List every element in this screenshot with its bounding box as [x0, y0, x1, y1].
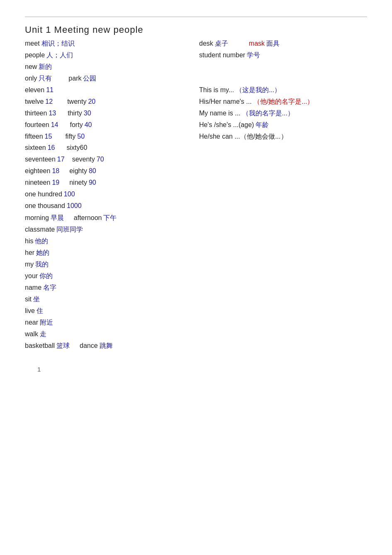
col-left: sit 坐 [25, 295, 199, 304]
word-zh: 20 [88, 98, 95, 105]
col-right: desk 桌子 mask 面具 [199, 39, 367, 48]
list-item: eighty 80 [69, 167, 96, 175]
word-en: park [68, 75, 81, 82]
word-en: walk [25, 330, 38, 338]
table-row: eleven 11 This is my... （这是我的...） [25, 86, 367, 98]
word-en: your [25, 272, 38, 280]
list-item: one thousand 1000 [25, 202, 82, 210]
word-en: one thousand [25, 202, 65, 210]
word-zh: 15 [45, 133, 52, 140]
list-item: ninety 90 [69, 179, 96, 186]
word-en: fourteen [25, 121, 49, 129]
table-row: nineteen 19 ninety 90 [25, 179, 367, 191]
list-item: My name is ... （我的名字是...） [199, 109, 294, 118]
word-en: He/she can ...（他/她会做...） [199, 132, 287, 141]
list-item: He's /she's ...(age) 年龄 [199, 121, 269, 130]
word-en: eleven [25, 86, 44, 94]
list-item: meet 相识；结识 [25, 39, 75, 48]
word-en: sixty60 [67, 144, 88, 152]
word-en: only [25, 75, 37, 82]
word-en: near [25, 319, 38, 326]
list-item: one hundred 100 [25, 191, 75, 198]
word-zh: 篮球 [56, 342, 70, 350]
col-right: This is my... （这是我的...） [199, 86, 367, 95]
word-en: his [25, 237, 33, 245]
list-item: dance 跳舞 [80, 342, 113, 350]
table-row: his 他的 [25, 237, 367, 249]
word-en: morning [25, 214, 49, 222]
col-left: his 他的 [25, 237, 199, 246]
word-zh: 只有 [39, 74, 52, 83]
word-en: desk [199, 40, 213, 47]
list-item: nineteen 19 [25, 179, 59, 186]
list-item: his 他的 [25, 237, 48, 246]
table-row: fifteen 15 fifty 50 He/she can ...（他/她会做… [25, 132, 367, 144]
table-row: meet 相识；结识 desk 桌子 mask 面具 [25, 39, 367, 51]
word-en: basketball [25, 342, 55, 350]
list-item: eighteen 18 [25, 167, 59, 175]
word-zh: 1000 [67, 202, 82, 210]
list-item: fifty 50 [65, 133, 85, 140]
word-zh: 17 [57, 156, 65, 163]
list-item: twelve 12 [25, 98, 53, 105]
list-item: mask 面具 [249, 39, 280, 48]
word-zh: 学号 [247, 51, 260, 60]
list-item: student number 学号 [199, 51, 260, 60]
word-zh: （我的名字是...） [242, 109, 294, 118]
list-item: live 住 [25, 307, 43, 315]
page-number: 1 [25, 366, 367, 373]
list-item: He/she can ...（他/她会做...） [199, 132, 287, 141]
word-en: her [25, 249, 34, 257]
word-en: His/Her name's ... [199, 98, 252, 105]
word-zh: 桌子 [215, 39, 228, 48]
word-zh: 90 [89, 179, 96, 186]
list-item: sixty60 [67, 144, 88, 152]
col-left: your 你的 [25, 272, 199, 281]
table-row: eighteen 18 eighty 80 [25, 167, 367, 179]
word-en: live [25, 307, 35, 315]
word-en: new [25, 63, 37, 71]
word-en: people [25, 51, 45, 59]
col-right: His/Her name's ... （他/她的名字是...） [199, 98, 367, 106]
list-item: near 附近 [25, 318, 53, 327]
top-border [25, 17, 367, 17]
word-en: eighteen [25, 167, 50, 175]
table-row: twelve 12 twenty 20 His/Her name's ... （… [25, 98, 367, 109]
list-item: fourteen 14 [25, 121, 58, 129]
table-row: new 新的 [25, 63, 367, 74]
word-zh: 新的 [39, 63, 52, 71]
list-item: park 公园 [68, 74, 96, 83]
word-en: student number [199, 51, 245, 59]
list-item: my 我的 [25, 260, 49, 269]
list-item: sixteen 16 [25, 144, 55, 152]
col-left: walk 走 [25, 330, 199, 339]
word-zh: 同班同学 [56, 225, 83, 234]
word-zh: 100 [64, 191, 75, 198]
word-zh: 13 [49, 110, 56, 117]
table-row: name 名字 [25, 284, 367, 295]
col-left: live 住 [25, 307, 199, 315]
word-zh: 40 [85, 121, 92, 129]
col-left: new 新的 [25, 63, 199, 71]
word-en: He's /she's ...(age) [199, 121, 254, 129]
table-row: morning 早晨 afternoon 下午 [25, 214, 367, 225]
word-zh: 你的 [39, 272, 53, 281]
word-zh: 坐 [33, 295, 40, 304]
list-item: walk 走 [25, 330, 46, 339]
list-item: This is my... （这是我的...） [199, 86, 281, 95]
table-row: her 她的 [25, 249, 367, 260]
col-left: seventeen 17 seventy 70 [25, 156, 199, 163]
word-en: fifteen [25, 133, 43, 140]
word-en: My name is ... [199, 110, 241, 117]
word-en: afternoon [74, 214, 102, 222]
list-item: seventy 70 [72, 156, 104, 163]
word-en: thirty [68, 110, 82, 117]
word-en-red: mask [249, 40, 265, 47]
list-item: desk 桌子 [199, 39, 228, 48]
col-left: people 人；人们 [25, 51, 199, 60]
word-en: sit [25, 296, 32, 303]
col-left: my 我的 [25, 260, 199, 269]
word-zh: 住 [37, 307, 43, 315]
list-item: sit 坐 [25, 295, 40, 304]
table-row: sixteen 16 sixty60 [25, 144, 367, 156]
